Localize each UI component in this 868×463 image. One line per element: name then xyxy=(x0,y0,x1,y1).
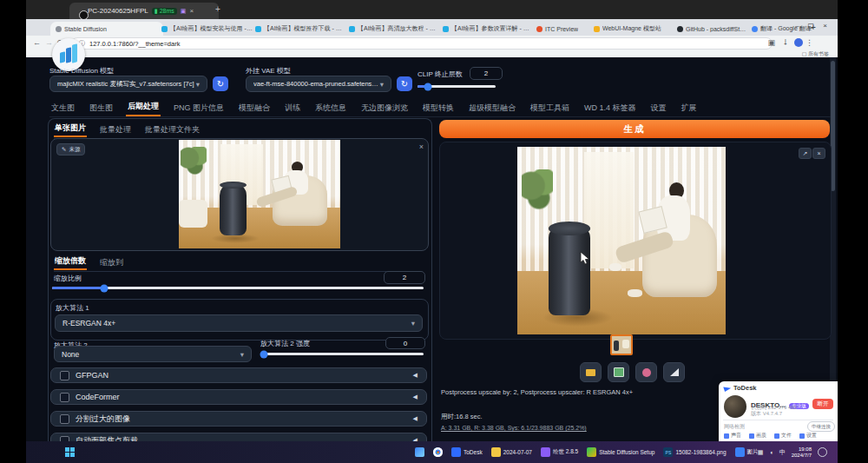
taskbar-todesk[interactable]: ToDesk xyxy=(451,447,483,457)
tab-img2img[interactable]: 图生图 xyxy=(88,100,115,116)
speaker-icon xyxy=(724,433,729,439)
profile-avatar[interactable] xyxy=(794,38,803,47)
image-icon xyxy=(614,367,624,377)
site-favicon xyxy=(536,26,542,32)
output-image[interactable] xyxy=(517,147,726,334)
forward-icon[interactable]: → xyxy=(45,38,53,47)
send-to-extras-button[interactable] xyxy=(635,362,657,382)
tab-extensions[interactable]: 扩展 xyxy=(680,100,699,116)
taskbar-image-file[interactable]: PS15082-1983864.png xyxy=(663,447,726,457)
tab-train[interactable]: 训练 xyxy=(283,100,302,116)
gallery-close-icon[interactable]: × xyxy=(812,148,825,159)
subtab-batch-process[interactable]: 批量处理 xyxy=(99,122,132,137)
window-controls[interactable]: – ▢ × xyxy=(795,22,831,30)
widgets-icon[interactable] xyxy=(415,447,424,457)
volume-icon[interactable]: ◖ xyxy=(769,449,773,455)
tab-super-merger[interactable]: 超级模型融合 xyxy=(467,100,517,116)
accordion-split-oversized[interactable]: 分割过大的图像 ◀ xyxy=(50,411,427,427)
subtab-single-image[interactable]: 单张图片 xyxy=(54,121,87,137)
monitor-icon[interactable]: ▣ xyxy=(181,8,187,15)
tab-system-info[interactable]: 系统信息 xyxy=(313,100,348,116)
accordion-codeformer[interactable]: CodeFormer ◀ xyxy=(50,389,427,405)
taskbar-sd-console[interactable]: Stable Diffusion Setup xyxy=(587,447,654,457)
vae-dropdown[interactable]: vae-ft-mse-840000-ema-pruned.safetensors… xyxy=(246,76,391,92)
image-source-button[interactable]: ✎来源 xyxy=(56,143,85,155)
disconnect-button[interactable]: 断开 xyxy=(812,399,833,409)
browser-tab-2[interactable]: 【AI绘画】模型推荐下载 - 哔哩哔哩 xyxy=(250,22,352,36)
sd-model-refresh-icon[interactable]: ↻ xyxy=(213,76,228,91)
download-icon[interactable]: ⭣ xyxy=(784,38,787,48)
open-folder-button[interactable] xyxy=(580,362,602,382)
file-tool[interactable]: 文件 xyxy=(774,432,792,440)
sound-tool[interactable]: 声音 xyxy=(724,432,741,440)
split-oversized-checkbox[interactable] xyxy=(60,414,69,424)
omnibox[interactable]: ⓘ 127.0.0.1:7860/?__theme=dark xyxy=(71,37,773,50)
browser-tab-1[interactable]: 【AI绘画】模型安装与使用 - 哔哩哔哩 xyxy=(156,22,258,36)
close-session-icon[interactable]: × xyxy=(189,7,194,15)
browser-tab-6[interactable]: WebUI-Magne 模型站 xyxy=(589,22,679,36)
tab-model-toolkit[interactable]: 模型工具箱 xyxy=(529,100,571,116)
tab-wd14-tagger[interactable]: WD 1.4 标签器 xyxy=(582,100,638,116)
clip-skip-slider[interactable] xyxy=(418,85,496,88)
upscaler2-visibility-value[interactable]: 0 xyxy=(385,337,425,349)
menu-kebab-icon[interactable]: ⋮ xyxy=(806,38,813,47)
extension-icon[interactable]: ▣ xyxy=(767,38,775,47)
mouse-cursor xyxy=(580,252,590,266)
tab-model-converter[interactable]: 模型转换 xyxy=(421,100,456,116)
codeformer-checkbox[interactable] xyxy=(60,393,69,402)
scale-ratio-slider[interactable] xyxy=(52,287,424,289)
tray-expand-icon[interactable]: ∧ xyxy=(747,449,752,456)
gallery-expand-icon[interactable]: ↗ xyxy=(799,148,812,159)
remote-session-tab[interactable]: PC-20240625HFPL ▮28ms ▣ × xyxy=(69,3,219,19)
accordion-gfpgan[interactable]: GFPGAN ◀ xyxy=(50,367,427,383)
vae-refresh-icon[interactable]: ↻ xyxy=(397,76,412,91)
save-image-button[interactable] xyxy=(608,362,629,382)
taskbar-launcher[interactable]: 绘世 2.8.5 xyxy=(541,447,578,457)
back-icon[interactable]: ← xyxy=(33,38,41,47)
folder-icon xyxy=(586,369,595,376)
subtab-batch-folder[interactable]: 批量处理文件夹 xyxy=(144,122,201,137)
browser-tab-5[interactable]: ITC Preview xyxy=(531,22,595,36)
browser-toolbar: ← → ⟳ ⓘ 127.0.0.1:7860/?__theme=dark ▣ ⭣… xyxy=(26,36,838,50)
upscaler2-dropdown[interactable]: None▾ xyxy=(54,346,252,362)
network-icon[interactable]: ▦ xyxy=(758,449,764,456)
settings-tool[interactable]: 设置 xyxy=(799,432,817,440)
input-image[interactable] xyxy=(179,140,340,248)
tab-extras[interactable]: 后期处理 xyxy=(126,98,161,116)
clear-image-icon[interactable]: × xyxy=(419,142,424,151)
tray-clock[interactable]: 19:08 2024/7/7 xyxy=(792,446,812,458)
tab-png-info[interactable]: PNG 图片信息 xyxy=(172,100,226,116)
tab-txt2img[interactable]: 文生图 xyxy=(49,100,76,116)
browser-tab-4[interactable]: 【AI绘画】参数设置详解 - 哔哩哔哩 xyxy=(437,22,539,36)
new-session-icon[interactable]: + xyxy=(215,4,220,14)
tab-settings[interactable]: 设置 xyxy=(649,100,668,116)
ime-indicator[interactable]: 中 xyxy=(779,448,786,457)
notification-icon[interactable] xyxy=(818,447,827,457)
input-image-dropzone[interactable]: ✎来源 × xyxy=(50,138,429,251)
edit-icon: ✎ xyxy=(62,146,66,153)
gallery-thumbnail[interactable] xyxy=(610,334,633,355)
network-check-label[interactable]: 网络检测 xyxy=(724,423,745,431)
gfpgan-checkbox[interactable] xyxy=(60,371,69,380)
taskbar-folder[interactable]: 2024-07-07 xyxy=(491,447,532,457)
relay-mode-pill[interactable]: 中继连接 xyxy=(807,421,835,432)
tab-infinite-browser[interactable]: 无边图像浏览 xyxy=(359,100,410,116)
quality-tool[interactable]: 画质 xyxy=(749,432,766,440)
resize-button[interactable] xyxy=(663,362,685,382)
upscaler1-dropdown[interactable]: R-ESRGAN 4x+▾ xyxy=(55,314,423,332)
browser-tab-stable-diffusion[interactable]: Stable Diffusion xyxy=(50,22,163,36)
collapse-icon: ◀ xyxy=(413,372,418,379)
generate-button[interactable]: 生成 xyxy=(439,120,830,138)
clip-skip-value[interactable]: 2 xyxy=(470,67,503,80)
chrome-icon[interactable] xyxy=(433,447,443,457)
tab-scale-by[interactable]: 缩放倍数 xyxy=(54,254,87,270)
start-button[interactable] xyxy=(65,447,75,457)
sd-model-dropdown[interactable]: majicMIX realistic 麦橘写实_v7.safetensors [… xyxy=(49,76,207,92)
upscaler2-visibility-slider[interactable] xyxy=(260,353,424,355)
tab-checkpoint-merger[interactable]: 模型融合 xyxy=(237,100,272,116)
browser-tab-3[interactable]: 【AI绘画】高清放大教程 - 哔哩哔哩 xyxy=(344,22,445,36)
browser-tab-7[interactable]: GitHub - packsdiffStudio xyxy=(672,22,753,36)
tab-scale-to[interactable]: 缩放到 xyxy=(99,255,124,270)
scale-ratio-value[interactable]: 2 xyxy=(384,271,425,284)
screenshot-stage: PC-20240625HFPL ▮28ms ▣ × + Stable Diffu… xyxy=(0,0,868,463)
